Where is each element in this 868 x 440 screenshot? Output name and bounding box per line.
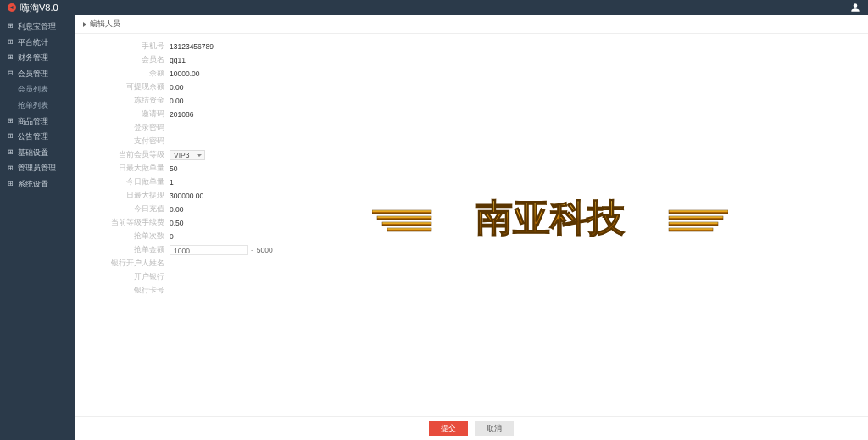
label-member-name: 会员名 — [85, 55, 170, 65]
label-commission-rate: 当前等级手续费 — [85, 218, 170, 228]
edit-form: 手机号13123456789 会员名qq11 余额10000.00 可提现余额0… — [75, 34, 868, 305]
input-order-amount-min[interactable]: 1000 — [170, 245, 248, 255]
sidebar-item-label: 基础设置 — [18, 148, 48, 159]
sidebar-item-label: 公告管理 — [18, 131, 48, 142]
minus-icon: ⊟ — [7, 70, 14, 77]
form-footer: 提交 取消 — [75, 416, 868, 441]
label-acct-name: 银行开户人姓名 — [85, 259, 170, 269]
cancel-button[interactable]: 取消 — [475, 421, 514, 437]
sidebar-item-members[interactable]: ⊟会员管理 — [0, 66, 75, 82]
plus-icon: ⊞ — [7, 181, 14, 187]
label-today-withdraw: 今日充值 — [85, 204, 170, 214]
value-member-name: qq11 — [170, 56, 248, 64]
label-frozen: 冻结资金 — [85, 96, 170, 106]
select-vip-level[interactable]: VIP3 — [170, 150, 205, 160]
sidebar-item-label: 平台统计 — [18, 37, 48, 48]
value-balance: 10000.00 — [170, 70, 248, 78]
value-today-orders: 1 — [170, 178, 248, 187]
sidebar-item-base-settings[interactable]: ⊞基础设置 — [0, 145, 75, 161]
label-login-pwd: 登录密码 — [85, 123, 170, 133]
label-withdrawable: 可提现余额 — [85, 82, 170, 92]
sidebar: ⊞利息宝管理 ⊞平台统计 ⊞财务管理 ⊟会员管理 会员列表 抢单列表 ⊞商品管理… — [0, 15, 75, 440]
sidebar-item-label: 系统设置 — [18, 179, 48, 190]
sidebar-item-finance[interactable]: ⊞财务管理 — [0, 50, 75, 66]
sidebar-item-stats[interactable]: ⊞平台统计 — [0, 35, 75, 51]
sidebar-item-label: 管理员管理 — [18, 163, 56, 174]
sidebar-item-system[interactable]: ⊞系统设置 — [0, 176, 75, 192]
sidebar-sub-member-list[interactable]: 会员列表 — [0, 81, 75, 97]
value-frozen: 0.00 — [170, 97, 248, 105]
plus-icon: ⊞ — [7, 165, 14, 172]
value-daily-max-orders: 50 — [170, 164, 248, 173]
label-acct-bank: 开户银行 — [85, 272, 170, 282]
value-order-count: 0 — [170, 232, 248, 241]
label-daily-max-withdraw: 日最大提现 — [85, 191, 170, 201]
topbar-left: 嗨淘V8.0 — [7, 2, 58, 14]
label-balance: 余额 — [85, 69, 170, 79]
value-today-withdraw: 0.00 — [170, 205, 248, 214]
value-phone: 13123456789 — [170, 42, 248, 51]
breadcrumb: 编辑人员 — [75, 15, 868, 34]
range-dash: - — [251, 246, 253, 254]
caret-icon — [83, 22, 86, 27]
sidebar-item-label: 财务管理 — [18, 53, 48, 64]
sidebar-item-label: 利息宝管理 — [18, 21, 56, 32]
user-icon[interactable] — [849, 2, 861, 14]
plus-icon: ⊞ — [7, 133, 14, 140]
main-content: 编辑人员 手机号13123456789 会员名qq11 余额10000.00 可… — [75, 15, 868, 440]
value-commission-rate: 0.50 — [170, 219, 248, 227]
sidebar-item-label: 商品管理 — [18, 116, 48, 127]
sidebar-item-admin[interactable]: ⊞管理员管理 — [0, 160, 75, 176]
input-order-amount-max[interactable]: 5000 — [257, 246, 273, 254]
plus-icon: ⊞ — [7, 149, 14, 156]
label-bank-card: 银行卡号 — [85, 286, 170, 296]
page-title: 编辑人员 — [90, 19, 120, 30]
label-vip-level: 当前会员等级 — [85, 150, 170, 160]
sidebar-item-notices[interactable]: ⊞公告管理 — [0, 129, 75, 145]
label-today-orders: 今日做单量 — [85, 177, 170, 187]
label-order-count: 抢单次数 — [85, 231, 170, 242]
sidebar-item-products[interactable]: ⊞商品管理 — [0, 114, 75, 130]
value-invite-code: 201086 — [170, 110, 248, 119]
plus-icon: ⊞ — [7, 23, 14, 30]
value-daily-max-withdraw: 300000.00 — [170, 192, 248, 200]
topbar: 嗨淘V8.0 — [0, 0, 868, 15]
plus-icon: ⊞ — [7, 54, 14, 61]
label-daily-max-orders: 日最大做单量 — [85, 164, 170, 174]
value-withdrawable: 0.00 — [170, 83, 248, 92]
submit-button[interactable]: 提交 — [429, 421, 468, 437]
sidebar-sub-order-list[interactable]: 抢单列表 — [0, 97, 75, 114]
sidebar-sub-label: 抢单列表 — [18, 101, 48, 109]
sidebar-item-interest[interactable]: ⊞利息宝管理 — [0, 19, 75, 35]
plus-icon: ⊞ — [7, 39, 14, 46]
plus-icon: ⊞ — [7, 118, 14, 125]
sidebar-item-label: 会员管理 — [18, 69, 48, 80]
label-invite-code: 邀请码 — [85, 109, 170, 120]
logo-icon — [7, 3, 17, 13]
label-order-amount: 抢单金额 — [85, 245, 170, 255]
brand-title: 嗨淘V8.0 — [20, 2, 58, 14]
sidebar-sub-label: 会员列表 — [18, 85, 48, 93]
label-phone: 手机号 — [85, 42, 170, 52]
label-pay-pwd: 支付密码 — [85, 136, 170, 147]
